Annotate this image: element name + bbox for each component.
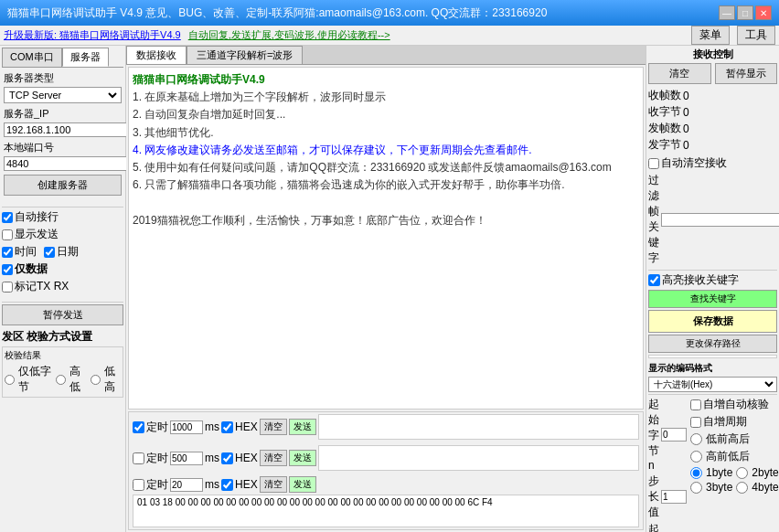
stat-send-bytes: 发字节 0 (648, 137, 777, 153)
server-type-label: 服务器类型 (4, 71, 122, 85)
close-button[interactable]: ✕ (755, 5, 772, 20)
tab-three-channel[interactable]: 三通道字段解析=波形 (187, 46, 303, 64)
filter-label: 过滤帧关键字 (648, 173, 659, 266)
msg-line-3: 3. 其他细节优化. (133, 124, 639, 142)
timer1-clear-button[interactable]: 清空 (260, 419, 287, 435)
timer1-enable-checkbox[interactable] (133, 421, 144, 433)
timer1-text-area[interactable] (318, 414, 639, 440)
clear-recv-button[interactable]: 清空 (648, 63, 711, 84)
br-label-3: 起始字节n (648, 522, 659, 532)
br-label-1: 起始字节n (648, 397, 659, 472)
timer-row-3-section: 定时 ms HEX 清空 发送 01 03 18 00 00 00 00 00 … (129, 474, 643, 529)
timer3-send-button[interactable]: 发送 (289, 476, 316, 493)
timer2-enable-checkbox[interactable] (133, 452, 144, 464)
maximize-button[interactable]: □ (737, 5, 753, 20)
encoding-select[interactable]: 十六进制(Hex) (648, 377, 777, 392)
timer2-value-input[interactable] (170, 452, 203, 465)
show-send-checkbox[interactable] (2, 229, 13, 240)
send-zone-label: 发区 校验方式设置 (2, 329, 123, 345)
timer1-hex-checkbox[interactable] (221, 421, 233, 433)
timer2-hex-checkbox[interactable] (221, 452, 233, 464)
mark-txrx-checkbox[interactable] (2, 282, 13, 293)
low-first-radio[interactable] (690, 433, 702, 445)
timer2-clear-button[interactable]: 清空 (260, 450, 287, 466)
timer3-hex-checkbox[interactable] (221, 479, 233, 491)
server-ip-input[interactable] (4, 122, 135, 137)
stat-recv-frames: 收帧数 0 (648, 88, 777, 103)
msg-line-2: 2. 自动回复杂自增加延时回复... (133, 106, 639, 123)
auto-right-col: 自增自动核验 自增周期 低前高后 高前低后 (690, 397, 779, 532)
date-checkbox[interactable] (44, 247, 55, 258)
msg-line-blank (133, 194, 639, 211)
filter-input[interactable] (661, 213, 779, 227)
encoding-label: 显示的编码格式 (648, 362, 777, 375)
date-label: 日期 (57, 244, 79, 260)
timer3-value-input[interactable] (170, 478, 203, 492)
auto-clear-recv-checkbox[interactable] (648, 158, 659, 169)
timer3-enable-checkbox[interactable] (133, 479, 144, 491)
pause-display-button[interactable]: 暂停显示 (715, 63, 778, 84)
recv-btn-row: 清空 暂停显示 (648, 63, 777, 84)
menu-button[interactable]: 菜单 (691, 26, 730, 45)
pause-send-button[interactable]: 暂停发送 (2, 304, 123, 325)
high-first-radio[interactable] (690, 451, 702, 463)
1byte-radio[interactable] (690, 467, 702, 479)
timer1-send-button[interactable]: 发送 (289, 419, 316, 435)
upgrade-link[interactable]: 升级最新版: 猫猫串口网络调试助手V4.9 (4, 28, 181, 42)
time-checkbox[interactable] (2, 247, 13, 258)
br-input-2[interactable] (661, 490, 687, 504)
highlight-keyword-label: 高亮接收关键字 (662, 272, 739, 288)
save-data-button[interactable]: 保存数据 (648, 310, 777, 333)
send-bytes-value: 0 (683, 139, 689, 152)
timer3-clear-button[interactable]: 清空 (260, 476, 287, 493)
verify-low-radio[interactable] (5, 375, 15, 385)
recv-bytes-label: 收字节 (648, 104, 681, 120)
msg-line-5: 5. 使用中如有任何疑问或问题，请加QQ群交流：233166920 或发送邮件反… (133, 159, 639, 176)
tab-com[interactable]: COM串口 (2, 48, 62, 67)
tab-data-recv[interactable]: 数据接收 (126, 46, 187, 64)
data-only-row: 仅数据 (2, 261, 123, 277)
timer1-hex-label: HEX (235, 420, 258, 433)
auto-period-checkbox[interactable] (690, 417, 701, 428)
msg-line-1: 1. 在原来基础上增加为三个字段解析，波形同时显示 (133, 89, 639, 106)
local-port-label: 本地端口号 (4, 141, 122, 154)
timer2-unit: ms (205, 452, 219, 464)
br-input-1[interactable] (661, 428, 687, 442)
path-display: C:\Users\jowo\De (648, 355, 777, 358)
timer-row-2: 定时 ms HEX 清空 发送 (129, 443, 643, 473)
4byte-radio[interactable] (736, 482, 748, 494)
auto-verify-checkbox[interactable] (690, 399, 701, 410)
hex-data-display[interactable]: 01 03 18 00 00 00 00 00 00 00 00 00 00 0… (133, 495, 639, 527)
stat-recv-bytes: 收字节 0 (648, 104, 777, 120)
auto-newline-checkbox[interactable] (2, 212, 13, 223)
create-server-button[interactable]: 创建服务器 (4, 175, 122, 196)
tool-button[interactable]: 工具 (737, 26, 775, 45)
local-port-input[interactable] (4, 156, 135, 171)
change-path-button[interactable]: 更改保存路径 (648, 335, 777, 353)
timer2-send-button[interactable]: 发送 (289, 450, 316, 466)
timer1-value-input[interactable] (170, 420, 203, 434)
server-type-select[interactable]: TCP Server (5, 89, 120, 101)
recv-ctrl-label: 接收控制 (648, 48, 777, 61)
3byte-radio[interactable] (690, 482, 702, 494)
minimize-button[interactable]: — (719, 5, 735, 20)
msg-line-6: 6. 只需了解猫猫串口各项功能，猫猫将会迅速成为你的嵌入式开发好帮手，助你事半功… (133, 176, 639, 194)
high-first-label: 高前低后 (706, 449, 750, 464)
2byte-radio[interactable] (736, 467, 748, 479)
verify-highlow-radio[interactable] (56, 375, 66, 385)
verify-lowhigh-radio[interactable] (91, 375, 101, 385)
find-key-button[interactable]: 查找关键字 (648, 290, 777, 308)
highlight-keyword-checkbox[interactable] (648, 274, 660, 286)
recv-stats: 收帧数 0 收字节 0 发帧数 0 发字节 0 (648, 88, 777, 154)
data-only-checkbox[interactable] (2, 264, 13, 275)
4byte-label: 4byte (752, 481, 778, 494)
tab-server[interactable]: 服务器 (62, 48, 109, 67)
auto-link[interactable]: 自动回复,发送扩展,变码波形,使用必读教程--> (188, 28, 390, 42)
filter-row: 过滤帧关键字 清 (648, 173, 777, 266)
send-bytes-label: 发字节 (648, 137, 681, 153)
send-frames-label: 发帧数 (648, 121, 681, 136)
data-only-label: 仅数据 (15, 261, 48, 277)
server-type-dropdown[interactable]: TCP Server (4, 87, 122, 103)
timer2-text-area[interactable] (318, 445, 639, 471)
msg-title: 猫猫串口网络调试助手V4.9 (133, 71, 639, 89)
